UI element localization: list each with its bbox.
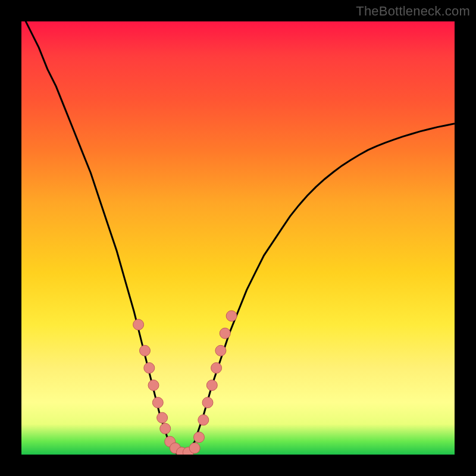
chart-canvas bbox=[21, 21, 455, 455]
data-marker bbox=[202, 397, 213, 408]
data-marker bbox=[152, 397, 163, 408]
data-marker bbox=[211, 362, 222, 373]
data-marker bbox=[220, 328, 230, 339]
plot-area bbox=[21, 21, 455, 455]
data-marker bbox=[133, 320, 144, 330]
chart-frame: TheBottleneck.com bbox=[0, 0, 476, 476]
watermark-text: TheBottleneck.com bbox=[356, 4, 470, 19]
data-marker bbox=[206, 380, 217, 391]
data-marker bbox=[140, 345, 151, 356]
data-marker bbox=[148, 380, 159, 391]
data-marker bbox=[144, 362, 155, 373]
bottleneck-curve bbox=[21, 21, 455, 455]
data-marker bbox=[160, 423, 171, 434]
data-marker bbox=[215, 345, 226, 356]
data-marker bbox=[189, 443, 200, 453]
data-marker bbox=[157, 412, 168, 423]
data-marker bbox=[198, 415, 209, 425]
data-marker bbox=[194, 432, 205, 443]
data-marker bbox=[226, 311, 237, 321]
